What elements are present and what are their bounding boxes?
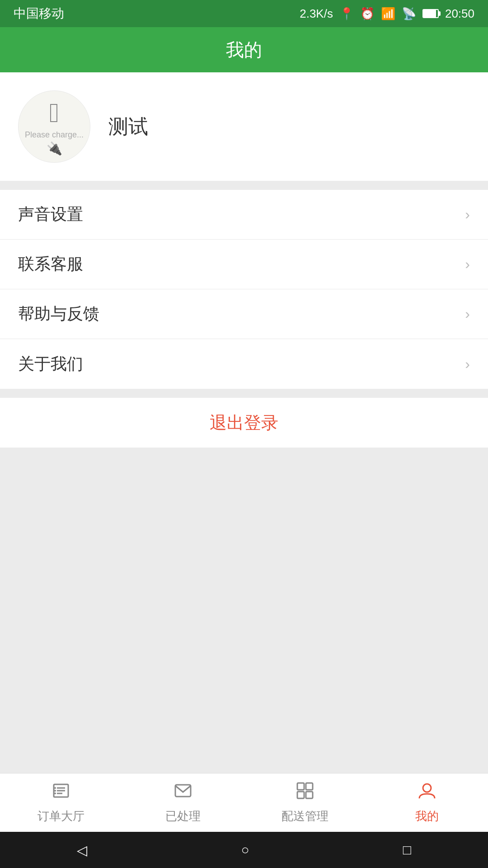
chevron-right-icon: › [465,206,470,223]
nav-item-processed[interactable]: 已处理 [122,781,244,824]
charger-icon: 🔌 [47,141,62,156]
svg-rect-8 [297,783,304,790]
delivery-label: 配送管理 [282,808,328,824]
signal-icon: 📡 [402,7,416,21]
processed-icon [174,781,192,805]
svg-rect-11 [306,792,313,798]
svg-point-12 [423,784,431,792]
avatar[interactable]:  Please charge... 🔌 [18,90,90,163]
battery-indicator [422,9,439,18]
svg-rect-10 [297,792,304,798]
please-charge-text: Please charge... [25,130,84,140]
nav-item-delivery[interactable]: 配送管理 [244,781,366,824]
menu-list: 声音设置 › 联系客服 › 帮助与反馈 › 关于我们 › [0,190,488,389]
delivery-icon [296,781,314,805]
svg-point-5 [54,790,56,792]
home-button[interactable]: ○ [241,842,249,858]
chevron-right-icon: › [465,256,470,273]
location-icon: 📍 [339,7,354,21]
alarm-icon: ⏰ [360,7,375,21]
menu-item-help[interactable]: 帮助与反馈 › [0,289,488,339]
time-label: 20:50 [445,7,474,21]
logout-section[interactable]: 退出登录 [0,398,488,448]
system-nav-bar: ◁ ○ □ [0,832,488,868]
menu-sound-label: 声音设置 [18,203,83,226]
orders-label: 订单大厅 [38,808,84,824]
menu-about-label: 关于我们 [18,353,83,375]
section-divider-2 [0,389,488,398]
svg-point-4 [54,787,56,789]
page-title: 我的 [226,38,262,62]
menu-help-label: 帮助与反馈 [18,303,99,325]
back-button[interactable]: ◁ [77,842,87,858]
username-label: 测试 [108,113,148,140]
wifi-icon: 📶 [381,7,395,21]
mine-label: 我的 [415,808,439,824]
status-right: 2.3K/s 📍 ⏰ 📶 📡 20:50 [300,7,474,21]
logout-button[interactable]: 退出登录 [210,411,278,434]
processed-label: 已处理 [165,808,201,824]
carrier-label: 中国移动 [14,5,64,22]
chevron-right-icon: › [465,356,470,373]
mine-icon [418,781,436,805]
bottom-navigation: 订单大厅 已处理 配送管理 我的 [0,773,488,832]
svg-rect-7 [175,785,191,797]
menu-item-contact[interactable]: 联系客服 › [0,240,488,289]
speed-label: 2.3K/s [300,7,333,21]
menu-contact-label: 联系客服 [18,253,83,275]
apple-logo-icon:  [49,97,59,128]
profile-section:  Please charge... 🔌 测试 [0,72,488,181]
orders-icon [52,781,70,805]
menu-item-sound[interactable]: 声音设置 › [0,190,488,240]
recents-button[interactable]: □ [403,842,411,858]
empty-content-area [0,448,488,773]
nav-item-mine[interactable]: 我的 [366,781,488,824]
chevron-right-icon: › [465,306,470,322]
svg-point-6 [54,793,56,794]
section-divider-1 [0,181,488,190]
svg-rect-9 [306,783,313,790]
menu-item-about[interactable]: 关于我们 › [0,339,488,389]
page-header: 我的 [0,27,488,72]
nav-item-orders[interactable]: 订单大厅 [0,781,122,824]
status-bar: 中国移动 2.3K/s 📍 ⏰ 📶 📡 20:50 [0,0,488,27]
